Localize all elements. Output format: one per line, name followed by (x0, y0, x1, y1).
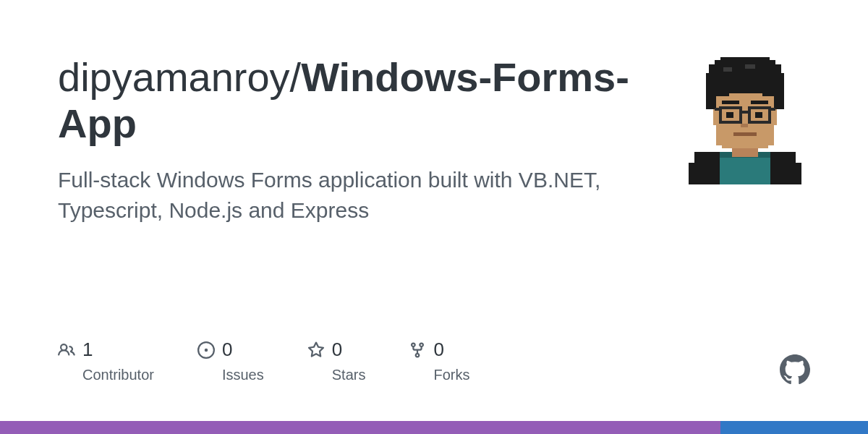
contributors-count: 1 (82, 339, 93, 361)
svg-rect-17 (729, 86, 738, 93)
stars-label: Stars (332, 367, 366, 383)
language-bar (0, 421, 868, 434)
issues-count: 0 (222, 339, 232, 361)
svg-rect-35 (755, 112, 762, 118)
svg-rect-2 (689, 163, 703, 184)
svg-rect-18 (752, 86, 762, 93)
language-segment (720, 421, 868, 434)
svg-rect-19 (762, 86, 774, 96)
svg-rect-37 (751, 101, 768, 104)
stat-issues[interactable]: 0 Issues (197, 339, 264, 383)
svg-rect-32 (715, 108, 720, 111)
star-icon (307, 341, 325, 359)
svg-rect-31 (742, 111, 748, 114)
svg-rect-22 (745, 64, 755, 69)
svg-rect-16 (716, 86, 729, 96)
repo-description: Full-stack Windows Forms application bui… (58, 165, 651, 226)
svg-rect-30 (748, 121, 771, 124)
svg-rect-15 (720, 57, 770, 64)
svg-rect-10 (722, 140, 768, 148)
repo-title: dipyamanroy/Windows-Forms-App (58, 54, 651, 148)
title-separator: / (290, 54, 302, 100)
svg-rect-24 (748, 106, 771, 109)
issue-icon (197, 341, 215, 359)
contributors-label: Contributor (82, 367, 154, 383)
issues-label: Issues (222, 367, 264, 383)
svg-rect-33 (770, 108, 775, 111)
fork-icon (409, 341, 426, 359)
avatar[interactable] (680, 54, 810, 184)
svg-rect-34 (726, 112, 733, 118)
svg-rect-23 (719, 106, 742, 109)
repo-owner[interactable]: dipyamanroy (58, 54, 290, 100)
stat-forks[interactable]: 0 Forks (409, 339, 469, 383)
svg-rect-13 (774, 73, 784, 109)
stars-count: 0 (332, 339, 342, 361)
svg-rect-21 (723, 67, 732, 72)
svg-rect-36 (722, 101, 739, 104)
forks-label: Forks (433, 367, 469, 383)
svg-rect-39 (733, 132, 757, 136)
svg-rect-27 (748, 106, 751, 122)
svg-rect-38 (741, 124, 748, 127)
svg-rect-20 (738, 86, 752, 92)
svg-rect-26 (739, 106, 742, 122)
svg-rect-3 (787, 163, 801, 184)
stat-contributors[interactable]: 1 Contributor (58, 339, 154, 383)
forks-count: 0 (433, 339, 443, 361)
stat-stars[interactable]: 0 Stars (307, 339, 366, 383)
svg-rect-7 (716, 89, 774, 145)
svg-rect-4 (720, 156, 770, 184)
language-segment (0, 421, 720, 434)
stats-row: 1 Contributor 0 Issues 0 Stars 0 Forks (58, 339, 469, 383)
github-logo-icon[interactable] (780, 354, 810, 385)
svg-rect-29 (719, 121, 742, 124)
people-icon (58, 341, 75, 359)
svg-rect-12 (706, 73, 716, 109)
